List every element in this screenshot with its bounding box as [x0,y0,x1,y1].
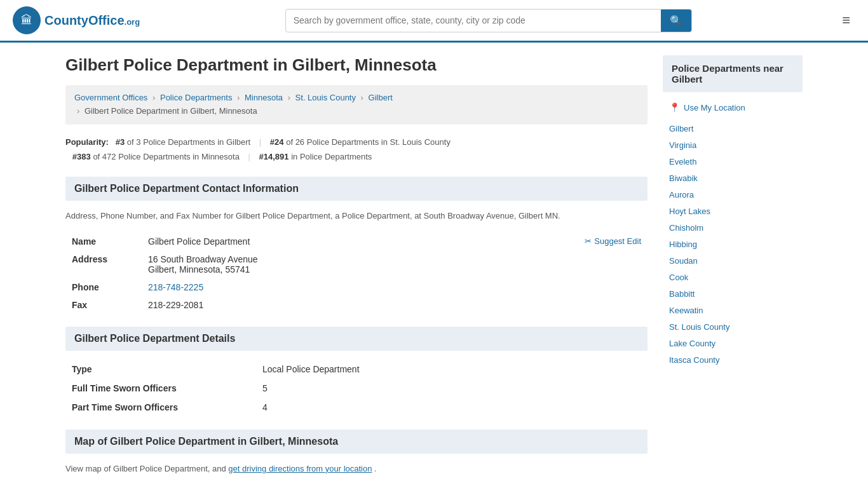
rank4-context: in Police Departments [291,152,372,161]
details-type-row: Type Local Police Department [65,360,648,379]
sidebar-link-hibbing[interactable]: Hibbing [669,240,697,249]
list-item: Gilbert [663,120,803,137]
rank2-context: of 26 Police Departments in St. Louis Co… [286,137,451,147]
list-item: Chisholm [663,219,803,236]
part-time-label: Part Time Sworn Officers [65,398,256,417]
breadcrumb-link-minnesota[interactable]: Minnesota [245,93,283,102]
search-icon: 🔍 [670,15,682,26]
fax-label: Fax [65,296,142,314]
page-title: Gilbert Police Department in Gilbert, Mi… [65,55,648,75]
list-item: Cook [663,269,803,285]
sidebar-location: 📍 Use My Location [663,98,803,116]
rank4-label: #14,891 [259,152,289,161]
sidebar-link-soudan[interactable]: Soudan [669,256,698,266]
phone-label: Phone [65,278,142,296]
breadcrumb-link-police-depts[interactable]: Police Departments [160,93,232,102]
list-item: Biwabik [663,170,803,186]
name-label: Name [65,233,142,250]
contact-phone-row: Phone 218-748-2225 [65,278,648,296]
list-item: Eveleth [663,153,803,170]
list-item: Soudan [663,252,803,269]
driving-directions-link[interactable]: get driving directions from your locatio… [228,464,372,473]
main-content: Gilbert Police Department in Gilbert, Mi… [65,55,648,475]
breadcrumb-link-st-louis[interactable]: St. Louis County [295,93,356,102]
page-container: Gilbert Police Department in Gilbert, Mi… [53,43,815,487]
use-my-location-link[interactable]: Use My Location [684,103,745,112]
address-line2: Gilbert, Minnesota, 55741 [148,264,641,274]
sidebar-link-aurora[interactable]: Aurora [669,190,694,200]
suggest-edit-icon: ✂ [585,236,592,246]
address-value: 16 South Broadway Avenue Gilbert, Minnes… [142,250,648,278]
fax-value: 218-229-2081 [142,296,648,314]
rank1-context: of 3 Police Departments in Gilbert [127,137,250,147]
sidebar-link-eveleth[interactable]: Eveleth [669,157,696,166]
address-line1: 16 South Broadway Avenue [148,254,641,264]
logo-text: CountyOffice.org [44,13,140,28]
sidebar-link-itasca-county[interactable]: Itasca County [669,355,720,365]
sidebar-header: Police Departments near Gilbert [663,55,803,92]
contact-name-row: Name Gilbert Police Department ✂ Suggest… [65,233,648,250]
search-button[interactable]: 🔍 [661,10,691,32]
details-table: Type Local Police Department Full Time S… [65,360,648,417]
menu-icon[interactable]: ≡ [837,10,855,31]
contact-section-header: Gilbert Police Department Contact Inform… [65,177,648,201]
sidebar-link-hoyt-lakes[interactable]: Hoyt Lakes [669,207,710,216]
sidebar-link-biwabik[interactable]: Biwabik [669,173,698,183]
list-item: Hoyt Lakes [663,203,803,219]
breadcrumb-current: Gilbert Police Department in Gilbert, Mi… [85,106,257,116]
breadcrumb-link-gilbert[interactable]: Gilbert [369,93,393,102]
popularity-label: Popularity: [65,137,109,147]
sidebar-link-cook[interactable]: Cook [669,273,688,282]
contact-description: Address, Phone Number, and Fax Number fo… [65,210,648,222]
phone-value: 218-748-2225 [142,278,648,296]
contact-address-row: Address 16 South Broadway Avenue Gilbert… [65,250,648,278]
suggest-edit-link[interactable]: ✂ Suggest Edit [585,236,641,246]
site-header: 🏛 CountyOffice.org 🔍 ≡ [0,0,868,43]
sidebar-link-st-louis-county[interactable]: St. Louis County [669,322,729,332]
rank3-label: #383 [72,152,91,161]
details-part-time-row: Part Time Sworn Officers 4 [65,398,648,417]
search-input[interactable] [286,10,661,30]
rank3-context: of 472 Police Departments in Minnesota [93,152,240,161]
map-description: View map of Gilbert Police Department, a… [65,463,648,475]
sidebar-link-lake-county[interactable]: Lake County [669,339,715,348]
breadcrumb-link-gov-offices[interactable]: Government Offices [74,93,147,102]
sidebar-link-keewatin[interactable]: Keewatin [669,306,703,315]
logo-area: 🏛 CountyOffice.org [13,6,140,34]
sidebar: Police Departments near Gilbert 📍 Use My… [663,55,803,475]
part-time-value: 4 [256,398,648,417]
list-item: Hibbing [663,236,803,252]
list-item: Keewatin [663,302,803,318]
list-item: Virginia [663,137,803,153]
list-item: Babbitt [663,285,803,302]
phone-link[interactable]: 218-748-2225 [148,282,203,292]
location-pin-icon: 📍 [669,102,680,112]
sidebar-link-chisholm[interactable]: Chisholm [669,223,703,233]
popularity-bar: Popularity: #3 of 3 Police Departments i… [65,135,648,165]
details-full-time-row: Full Time Sworn Officers 5 [65,379,648,398]
address-label: Address [65,250,142,278]
type-value: Local Police Department [256,360,648,379]
list-item: Itasca County [663,351,803,368]
sidebar-link-gilbert[interactable]: Gilbert [669,124,693,133]
list-item: St. Louis County [663,318,803,335]
full-time-label: Full Time Sworn Officers [65,379,256,398]
sidebar-link-babbitt[interactable]: Babbitt [669,289,695,299]
map-section-header: Map of Gilbert Police Department in Gilb… [65,430,648,454]
contact-table: Name Gilbert Police Department ✂ Suggest… [65,233,648,314]
list-item: Lake County [663,335,803,351]
type-label: Type [65,360,256,379]
contact-fax-row: Fax 218-229-2081 [65,296,648,314]
breadcrumb: Government Offices › Police Departments … [65,85,648,125]
logo-icon: 🏛 [13,6,41,34]
sidebar-link-virginia[interactable]: Virginia [669,140,696,150]
details-section-header: Gilbert Police Department Details [65,327,648,351]
rank2-label: #24 [270,137,284,147]
rank1-label: #3 [116,137,125,147]
full-time-value: 5 [256,379,648,398]
search-bar: 🔍 [285,9,692,32]
name-value: Gilbert Police Department ✂ Suggest Edit [142,233,648,250]
sidebar-links-list: Gilbert Virginia Eveleth Biwabik Aurora … [663,120,803,368]
list-item: Aurora [663,186,803,203]
